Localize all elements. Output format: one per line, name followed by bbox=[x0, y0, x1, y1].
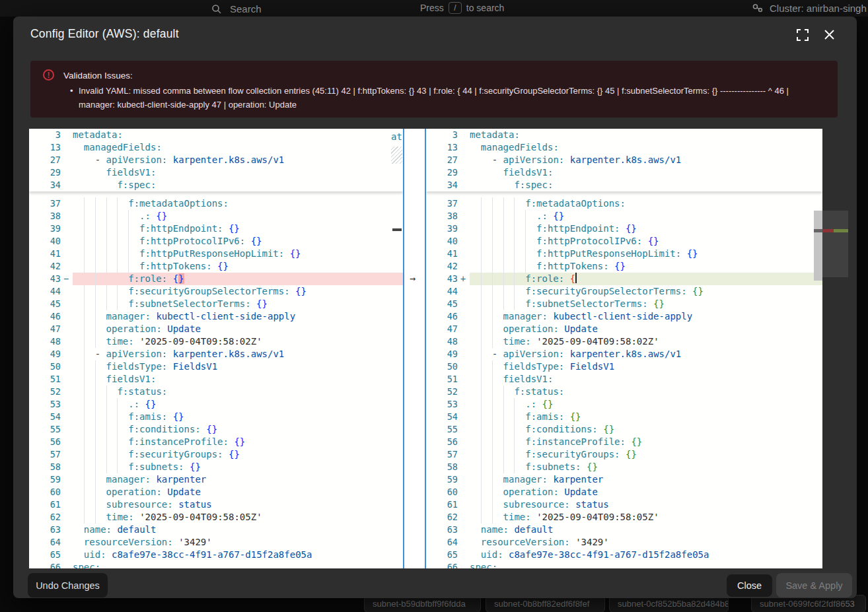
code-line[interactable]: 45f:subnetSelectorTerms: {} bbox=[29, 298, 403, 310]
code-line[interactable]: 66spec: bbox=[29, 561, 403, 568]
line-number: 60 bbox=[426, 486, 470, 498]
code-line[interactable]: 48time: '2025-09-04T09:58:02Z' bbox=[426, 335, 822, 348]
code-line[interactable]: 59manager: karpenter bbox=[426, 473, 822, 486]
code-line[interactable]: 42f:httpTokens: {} bbox=[29, 260, 403, 273]
code-line[interactable]: 57f:securityGroups: {} bbox=[426, 448, 822, 461]
code-line[interactable]: 65uid: c8afe97e-38cc-4f91-a767-d15f2a8fe… bbox=[426, 549, 822, 561]
diff-hatch-pattern bbox=[391, 147, 402, 164]
code-line[interactable]: 48time: '2025-09-04T09:58:02Z' bbox=[29, 335, 403, 348]
editor-vertical-scrollbar[interactable] bbox=[814, 129, 822, 568]
code-line[interactable]: 3metadata: bbox=[29, 129, 403, 141]
line-number: 43+ bbox=[426, 273, 470, 285]
code-line[interactable]: 66spec: bbox=[426, 561, 822, 568]
code-line[interactable]: 43+f:role: { bbox=[426, 273, 822, 285]
code-line[interactable]: 63name: default bbox=[29, 524, 403, 536]
line-number: 51 bbox=[426, 373, 470, 386]
code-line[interactable]: 61subresource: status bbox=[426, 498, 822, 511]
code-line[interactable]: 55f:conditions: {} bbox=[426, 423, 822, 436]
diff-original-pane[interactable]: 3metadata:13managedFields:27- apiVersion… bbox=[29, 129, 403, 568]
line-number: 54 bbox=[426, 411, 470, 423]
code-line[interactable]: 51fieldsV1: bbox=[426, 373, 822, 386]
code-line[interactable]: 62time: '2025-09-04T09:58:05Z' bbox=[29, 511, 403, 524]
code-line[interactable]: 60operation: Update bbox=[29, 486, 403, 498]
line-number: 39 bbox=[426, 222, 470, 235]
code-line[interactable]: 27- apiVersion: karpenter.k8s.aws/v1 bbox=[29, 154, 403, 166]
validation-issues-banner: ! Validation Issues: Invalid YAML: misse… bbox=[30, 61, 838, 118]
scrollbar-slider[interactable] bbox=[814, 211, 822, 281]
line-number: 63 bbox=[29, 524, 73, 536]
code-line[interactable]: 13managedFields: bbox=[426, 141, 822, 154]
code-line[interactable]: 44f:securityGroupSelectorTerms: {} bbox=[29, 285, 403, 298]
code-line[interactable]: 41f:httpPutResponseHopLimit: {} bbox=[426, 248, 822, 260]
code-line[interactable]: 44f:securityGroupSelectorTerms: {} bbox=[426, 285, 822, 298]
diff-modified-pane[interactable]: 3metadata:13managedFields:27- apiVersion… bbox=[426, 129, 822, 568]
yaml-diff-editor[interactable]: 3metadata:13managedFields:27- apiVersion… bbox=[29, 129, 822, 568]
sticky-scroll-left: 3metadata:13managedFields:27- apiVersion… bbox=[29, 129, 403, 191]
line-number: 37 bbox=[426, 197, 470, 210]
code-line[interactable]: 54f:amis: {} bbox=[426, 411, 822, 423]
code-line[interactable]: 40f:httpProtocolIPv6: {} bbox=[29, 235, 403, 248]
code-line[interactable]: 42f:httpTokens: {} bbox=[426, 260, 822, 273]
save-apply-button[interactable]: Save & Apply bbox=[776, 573, 852, 597]
validation-issue-message: Invalid YAML: missed comma between flow … bbox=[70, 84, 816, 112]
code-line[interactable]: 38.: {} bbox=[426, 210, 822, 222]
code-line[interactable]: 34f:spec: bbox=[29, 179, 403, 191]
code-line[interactable]: 43−f:role: {} bbox=[29, 273, 403, 285]
code-line[interactable]: 56f:instanceProfile: {} bbox=[426, 436, 822, 448]
code-line[interactable]: 50fieldsType: FieldsV1 bbox=[426, 360, 822, 373]
code-line[interactable]: 47operation: Update bbox=[29, 323, 403, 335]
code-line[interactable]: 59manager: karpenter bbox=[29, 473, 403, 486]
cluster-chooser[interactable]: Cluster: anirban-singh bbox=[752, 2, 867, 14]
fullscreen-button[interactable] bbox=[795, 28, 810, 42]
close-dialog-button[interactable] bbox=[822, 27, 836, 42]
line-number: 62 bbox=[29, 511, 73, 524]
code-line[interactable]: 45f:subnetSelectorTerms: {} bbox=[426, 298, 822, 310]
code-line[interactable]: 38.: {} bbox=[29, 210, 403, 222]
code-line[interactable]: 53.: {} bbox=[29, 398, 403, 411]
code-line[interactable]: 52f:status: bbox=[29, 386, 403, 398]
code-line[interactable]: 60operation: Update bbox=[426, 486, 822, 498]
code-line[interactable]: 55f:conditions: {} bbox=[29, 423, 403, 436]
code-line[interactable]: 47operation: Update bbox=[426, 323, 822, 335]
code-line[interactable]: 49- apiVersion: karpenter.k8s.aws/v1 bbox=[29, 348, 403, 360]
code-line[interactable]: 37f:metadataOptions: bbox=[426, 197, 822, 210]
code-line[interactable]: 61subresource: status bbox=[29, 498, 403, 511]
code-line[interactable]: 62time: '2025-09-04T09:58:05Z' bbox=[426, 511, 822, 524]
revert-change-arrow[interactable]: → bbox=[410, 273, 416, 285]
code-line[interactable]: 34f:spec: bbox=[426, 179, 822, 191]
code-line[interactable]: 37f:metadataOptions: bbox=[29, 197, 403, 210]
global-search[interactable]: Search bbox=[211, 3, 262, 15]
code-line[interactable]: 41f:httpPutResponseHopLimit: {} bbox=[29, 248, 403, 260]
code-line[interactable]: 56f:instanceProfile: {} bbox=[29, 436, 403, 448]
code-line[interactable]: 51fieldsV1: bbox=[29, 373, 403, 386]
code-line[interactable]: 65uid: c8afe97e-38cc-4f91-a767-d15f2a8fe… bbox=[29, 549, 403, 561]
code-line[interactable]: 46manager: kubectl-client-side-apply bbox=[426, 310, 822, 323]
line-number: 52 bbox=[29, 386, 73, 398]
code-line[interactable]: 64resourceVersion: '3429' bbox=[29, 536, 403, 549]
code-line[interactable]: 40f:httpProtocolIPv6: {} bbox=[426, 235, 822, 248]
code-line[interactable]: 46manager: kubectl-client-side-apply bbox=[29, 310, 403, 323]
code-line[interactable]: 13managedFields: bbox=[29, 141, 403, 154]
code-line[interactable]: 49- apiVersion: karpenter.k8s.aws/v1 bbox=[426, 348, 822, 360]
sticky-scroll-right: 3metadata:13managedFields:27- apiVersion… bbox=[426, 129, 822, 191]
diff-sash[interactable]: → bbox=[403, 129, 426, 568]
undo-changes-button[interactable]: Undo Changes bbox=[28, 573, 108, 597]
code-line[interactable]: 39f:httpEndpoint: {} bbox=[29, 222, 403, 235]
code-line[interactable]: 39f:httpEndpoint: {} bbox=[426, 222, 822, 235]
code-line[interactable]: 27- apiVersion: karpenter.k8s.aws/v1 bbox=[426, 154, 822, 166]
code-line[interactable]: 50fieldsType: FieldsV1 bbox=[29, 360, 403, 373]
code-line[interactable]: 52f:status: bbox=[426, 386, 822, 398]
diff-overview-ruler[interactable] bbox=[822, 129, 855, 568]
code-line[interactable]: 64resourceVersion: '3429' bbox=[426, 536, 822, 549]
code-line[interactable]: 29fieldsV1: bbox=[426, 166, 822, 179]
line-number: 52 bbox=[426, 386, 470, 398]
code-line[interactable]: 57f:securityGroups: {} bbox=[29, 448, 403, 461]
code-line[interactable]: 3metadata: bbox=[426, 129, 822, 141]
code-line[interactable]: 29fieldsV1: bbox=[29, 166, 403, 179]
code-line[interactable]: 58f:subnets: {} bbox=[426, 461, 822, 473]
code-line[interactable]: 54f:amis: {} bbox=[29, 411, 403, 423]
close-button[interactable]: Close bbox=[727, 574, 772, 597]
code-line[interactable]: 63name: default bbox=[426, 524, 822, 536]
code-line[interactable]: 58f:subnets: {} bbox=[29, 461, 403, 473]
code-line[interactable]: 53.: {} bbox=[426, 398, 822, 411]
